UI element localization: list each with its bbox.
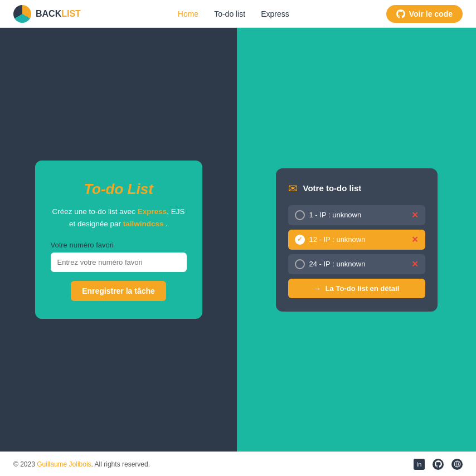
nav-home[interactable]: Home — [178, 9, 198, 18]
todo-item-left: 1 - IP : unknown — [295, 210, 362, 220]
todo-checkbox-done[interactable] — [295, 235, 305, 245]
footer: © 2023 Guillaume Jolibois. All rights re… — [0, 451, 476, 476]
todo-item-label: 1 - IP : unknown — [309, 211, 362, 219]
nav-todo[interactable]: To-do list — [214, 9, 245, 18]
brand-list: LIST — [61, 9, 81, 18]
todo-checkbox[interactable] — [295, 210, 305, 220]
favorite-number-input[interactable] — [51, 252, 187, 272]
nav-express[interactable]: Express — [261, 9, 289, 18]
right-panel: ✉ Votre to-do list 1 - IP : unknown ✕ 12… — [237, 28, 476, 451]
form-label: Votre numéro favori — [51, 241, 187, 249]
left-panel: To-do List Créez une to-do list avec Exp… — [0, 28, 237, 451]
todo-delete-icon[interactable]: ✕ — [411, 235, 419, 245]
copyright-text: © 2023 — [13, 460, 37, 468]
social-icon[interactable] — [451, 459, 463, 470]
form-card: To-do List Créez une to-do list avec Exp… — [35, 161, 202, 319]
detail-button[interactable]: → La To-do list en détail — [288, 279, 425, 298]
footer-text: © 2023 Guillaume Jolibois. All rights re… — [13, 460, 150, 468]
arrow-right-icon: → — [314, 284, 321, 293]
link-express[interactable]: Express — [138, 207, 167, 216]
detail-button-label: La To-do list en détail — [326, 284, 400, 293]
todo-item: 24 - IP : unknown ✕ — [288, 254, 425, 274]
github-button[interactable]: Voir le code — [386, 5, 463, 23]
nav-links: Home To-do list Express — [178, 9, 289, 18]
todo-item-label: 12 - IP : unknown — [309, 235, 366, 244]
todo-item-left: 12 - IP : unknown — [295, 235, 366, 245]
rights-text: . All rights reserved. — [91, 460, 150, 468]
navbar: BACKLIST Home To-do list Express Voir le… — [0, 0, 476, 28]
github-icon — [396, 9, 405, 18]
form-description: Créez une to-do list avec Express, EJS e… — [51, 206, 187, 230]
logo-icon — [13, 5, 31, 23]
form-title: To-do List — [51, 181, 187, 198]
link-tailwind[interactable]: tailwindcss — [123, 220, 164, 228]
linkedin-icon[interactable]: in — [414, 459, 425, 470]
todo-delete-icon[interactable]: ✕ — [411, 259, 419, 269]
brand-back: BACK — [36, 9, 61, 18]
todo-card-header: ✉ Votre to-do list — [288, 182, 425, 195]
logo: BACKLIST — [13, 5, 81, 23]
todo-card: ✉ Votre to-do list 1 - IP : unknown ✕ 12… — [276, 168, 438, 312]
todo-checkbox[interactable] — [295, 259, 305, 269]
todo-header-icon: ✉ — [288, 182, 298, 195]
footer-icons: in — [414, 459, 463, 470]
github-button-label: Voir le code — [409, 9, 453, 18]
todo-item: 1 - IP : unknown ✕ — [288, 205, 425, 225]
main-split: To-do List Créez une to-do list avec Exp… — [0, 28, 476, 451]
todo-item: 12 - IP : unknown ✕ — [288, 230, 425, 250]
todo-item-left: 24 - IP : unknown — [295, 259, 366, 269]
github-footer-icon[interactable] — [433, 459, 444, 470]
todo-card-title: Votre to-do list — [303, 183, 362, 193]
author-link[interactable]: Guillaume Jolibois — [37, 460, 91, 468]
todo-item-label: 24 - IP : unknown — [309, 260, 366, 268]
todo-delete-icon[interactable]: ✕ — [411, 210, 419, 220]
register-button[interactable]: Enregistrer la tâche — [71, 281, 166, 301]
brand-text: BACKLIST — [36, 9, 81, 19]
